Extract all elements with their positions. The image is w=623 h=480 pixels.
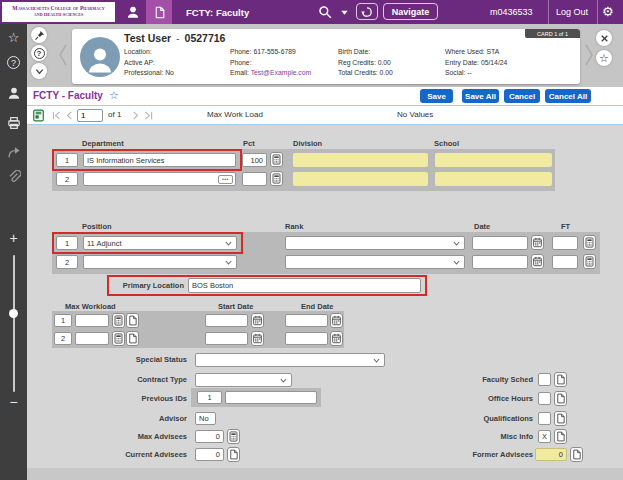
end-date-row1-calendar-button[interactable]	[330, 313, 343, 328]
cancel-all-button[interactable]: Cancel All	[545, 89, 591, 103]
workload-row2-number[interactable]	[54, 332, 72, 345]
favorite-screen-star-icon[interactable]: ☆	[109, 89, 119, 102]
calculator-icon	[113, 315, 124, 326]
end-date-row2-calendar-button[interactable]	[330, 331, 343, 346]
office-hours-input[interactable]	[538, 392, 551, 405]
pct-row1-input[interactable]	[242, 153, 267, 167]
record-number-input[interactable]	[77, 109, 103, 122]
position-row2-number[interactable]	[56, 255, 78, 269]
pct-row1-calculator-button[interactable]	[270, 152, 283, 167]
start-date-row1-calendar-button[interactable]	[251, 313, 264, 328]
faculty-sched-input[interactable]	[538, 373, 551, 386]
active-screen-tab[interactable]	[146, 0, 172, 24]
previous-card-chevron[interactable]	[57, 43, 69, 67]
history-button[interactable]	[356, 3, 378, 20]
previous-record-icon[interactable]	[64, 110, 75, 121]
document-icon	[555, 374, 566, 385]
previous-ids-input[interactable]	[225, 391, 317, 404]
start-date-row2-calendar-button[interactable]	[251, 331, 264, 346]
calculator-icon	[584, 256, 595, 267]
end-date-row1-input[interactable]	[285, 314, 328, 327]
ft-row2-input[interactable]	[552, 255, 578, 269]
print-icon[interactable]	[7, 116, 21, 130]
search-icon[interactable]	[318, 5, 332, 19]
workload-row1-calculator-button[interactable]	[112, 313, 125, 328]
pct-row2-calculator-button[interactable]	[270, 171, 283, 186]
position-row1-number[interactable]	[56, 236, 78, 250]
date-row1-calendar-button[interactable]	[531, 235, 544, 250]
qualifications-detail-button[interactable]	[554, 411, 567, 426]
ft-row1-calculator-button[interactable]	[583, 235, 596, 250]
save-all-button[interactable]: Save All	[462, 89, 499, 103]
misc-info-input[interactable]	[538, 430, 551, 443]
next-record-icon[interactable]	[130, 110, 141, 121]
primary-location-label: Primary Location	[114, 281, 184, 290]
workload-row1-number[interactable]	[54, 314, 72, 327]
office-hours-detail-button[interactable]	[554, 391, 567, 406]
end-date-row2-input[interactable]	[285, 332, 328, 345]
profile-icon[interactable]	[7, 86, 21, 100]
navigate-button[interactable]: Navigate	[383, 3, 438, 20]
new-record-icon[interactable]	[32, 109, 45, 122]
zoom-out-button[interactable]: −	[0, 394, 27, 410]
advisor-input[interactable]	[195, 412, 216, 425]
start-date-row2-input[interactable]	[205, 332, 248, 345]
workload-row1-input[interactable]	[75, 314, 109, 327]
workload-row2-calculator-button[interactable]	[112, 331, 125, 346]
card-help-button[interactable]: ?	[31, 45, 47, 61]
favorite-card-button[interactable]: ☆	[596, 50, 612, 66]
ft-row1-input[interactable]	[552, 236, 578, 250]
date-row1-input[interactable]	[472, 236, 528, 250]
primary-location-input[interactable]	[188, 278, 421, 293]
position-row2-select[interactable]	[83, 255, 237, 269]
attachment-paperclip-icon[interactable]	[7, 170, 21, 184]
department-row1-number[interactable]	[56, 153, 78, 167]
former-advisees-detail-button[interactable]	[570, 447, 583, 462]
user-icon[interactable]	[126, 5, 140, 19]
special-status-select[interactable]	[195, 353, 385, 367]
zoom-in-button[interactable]: +	[0, 230, 27, 246]
pct-row2-input[interactable]	[242, 172, 267, 186]
first-record-icon[interactable]	[51, 110, 62, 121]
date-row2-calendar-button[interactable]	[531, 254, 544, 269]
cancel-button[interactable]: Cancel	[504, 89, 540, 103]
contract-type-select[interactable]	[195, 373, 292, 387]
pin-card-button[interactable]	[31, 27, 47, 43]
last-record-icon[interactable]	[143, 110, 154, 121]
position-row1-value: 11 Adjunct	[87, 239, 121, 248]
department-row1-input[interactable]	[83, 153, 236, 167]
misc-info-detail-button[interactable]	[554, 429, 567, 444]
faculty-sched-detail-button[interactable]	[554, 372, 567, 387]
start-date-row1-input[interactable]	[205, 314, 248, 327]
save-button[interactable]: Save	[420, 89, 453, 103]
current-advisees-detail-button[interactable]	[227, 447, 240, 462]
help-icon[interactable]: ?	[0, 52, 27, 70]
share-icon[interactable]	[7, 145, 21, 159]
logout-button[interactable]: Log Out	[556, 7, 588, 17]
workload-row2-input[interactable]	[75, 332, 109, 345]
position-row1-select[interactable]: 11 Adjunct	[83, 236, 237, 250]
next-card-chevron[interactable]	[583, 43, 595, 67]
date-row2-input[interactable]	[472, 255, 528, 269]
zoom-slider-handle[interactable]	[9, 309, 18, 318]
qualifications-input[interactable]	[538, 412, 551, 425]
current-advisees-input[interactable]	[195, 448, 224, 461]
workload-row1-detail-button[interactable]	[126, 313, 139, 328]
department-row2-input[interactable]	[83, 172, 236, 186]
max-advisees-calculator-button[interactable]	[227, 429, 240, 444]
rank-row2-select[interactable]	[285, 255, 465, 269]
rank-row1-select[interactable]	[285, 236, 465, 250]
workload-row2-detail-button[interactable]	[126, 331, 139, 346]
max-advisees-input[interactable]	[195, 430, 224, 443]
email-link[interactable]: Test@Example.com	[251, 69, 312, 76]
favorites-star-icon[interactable]: ☆	[0, 30, 27, 45]
close-card-button[interactable]	[596, 30, 612, 46]
department-row2-number[interactable]	[56, 172, 78, 186]
settings-gear-icon[interactable]: ⚙	[602, 3, 614, 20]
rank-label: Rank	[285, 222, 303, 231]
search-caret-down-icon[interactable]	[339, 7, 350, 18]
ft-row2-calculator-button[interactable]	[583, 254, 596, 269]
department-row2-lookup-button[interactable]: •••	[218, 175, 233, 184]
collapse-card-button[interactable]	[31, 63, 47, 79]
previous-ids-number[interactable]	[197, 391, 222, 404]
